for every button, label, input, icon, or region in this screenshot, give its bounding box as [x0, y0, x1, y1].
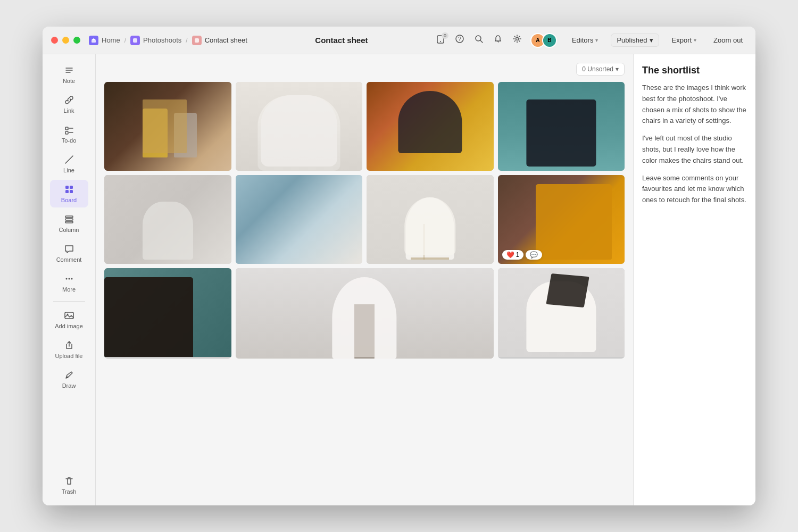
photo-cell-11[interactable] — [498, 268, 625, 359]
photo-4 — [498, 82, 625, 171]
panel-title: The shortlist — [642, 65, 747, 76]
sidebar-item-add-image[interactable]: Add image — [50, 306, 88, 334]
photo-cell-1[interactable] — [104, 82, 231, 171]
photo-5 — [104, 175, 231, 264]
breadcrumb-photoshoots-label: Photoshoots — [143, 36, 181, 44]
minimize-button[interactable] — [62, 37, 69, 44]
sidebar-item-upload[interactable]: Upload file — [50, 336, 88, 363]
link-icon — [64, 95, 74, 105]
more-icon — [64, 273, 74, 284]
sidebar-item-more[interactable]: More — [50, 269, 88, 297]
heart-icon: ❤️ — [506, 251, 514, 259]
sidebar-divider — [53, 301, 85, 302]
photo-10 — [236, 268, 494, 359]
upload-icon — [64, 340, 74, 351]
photo-6 — [236, 175, 363, 264]
sidebar-item-board[interactable]: Board — [50, 180, 88, 207]
svg-rect-3 — [195, 38, 199, 43]
svg-rect-26 — [65, 221, 73, 223]
breadcrumb: Home / Photoshoots / Contact sheet — [89, 36, 247, 45]
sidebar-item-column[interactable]: Column — [50, 210, 88, 237]
maximize-button[interactable] — [73, 37, 80, 44]
svg-rect-0 — [92, 40, 96, 43]
photo-cell-3[interactable] — [367, 82, 494, 171]
sort-bar: 0 Unsorted ▾ — [104, 63, 625, 76]
tablet-icon[interactable]: 0 — [436, 35, 445, 46]
sidebar-item-link[interactable]: Link — [50, 90, 88, 118]
heart-reaction[interactable]: ❤️ 1 — [502, 250, 524, 260]
svg-rect-30 — [65, 312, 73, 319]
svg-rect-24 — [65, 216, 73, 218]
svg-rect-23 — [70, 190, 73, 193]
photo-cell-5[interactable] — [104, 175, 231, 264]
photo-cell-6[interactable] — [236, 175, 363, 264]
contact-icon — [192, 36, 202, 45]
line-icon — [64, 154, 74, 165]
titlebar: Home / Photoshoots / Contact sheet Conta… — [43, 27, 755, 54]
column-icon — [64, 214, 74, 225]
photo-1 — [104, 82, 231, 171]
svg-marker-1 — [92, 38, 96, 40]
tablet-badge: 0 — [442, 32, 448, 39]
notifications-icon[interactable] — [493, 34, 503, 46]
photo-cell-4[interactable] — [498, 82, 625, 171]
breadcrumb-home-label: Home — [102, 36, 120, 44]
main-window: Home / Photoshoots / Contact sheet Conta… — [43, 27, 755, 505]
sidebar: Note Link To-do Line Board Column — [43, 54, 96, 505]
breadcrumb-photoshoots[interactable]: Photoshoots — [130, 36, 181, 45]
close-button[interactable] — [51, 37, 58, 44]
published-button[interactable]: Published ▾ — [611, 34, 659, 47]
chevron-down-icon: ▾ — [616, 65, 619, 73]
panel-text-2: I've left out most of the studio shots, … — [642, 133, 747, 166]
svg-line-9 — [480, 40, 483, 43]
note-icon — [64, 65, 74, 76]
breadcrumb-contact[interactable]: Contact sheet — [192, 36, 247, 45]
export-button[interactable]: Export ▾ — [668, 34, 701, 46]
draw-icon — [64, 370, 74, 380]
panel-text-3: Leave some comments on your favourites a… — [642, 173, 747, 206]
svg-rect-21 — [70, 186, 73, 189]
svg-point-27 — [65, 278, 67, 280]
photo-cell-8[interactable]: ❤️ 1 💬 — [498, 175, 625, 264]
help-icon[interactable]: ? — [455, 34, 464, 46]
todo-icon — [64, 124, 74, 135]
editors-button[interactable]: Editors ▾ — [568, 34, 602, 46]
titlebar-right: 0 ? A B Editors — [436, 33, 747, 48]
search-icon[interactable] — [474, 34, 484, 46]
avatar-2: B — [542, 33, 557, 48]
sidebar-item-line[interactable]: Line — [50, 150, 88, 178]
sidebar-item-todo[interactable]: To-do — [50, 120, 88, 148]
photo-grid-area: 0 Unsorted ▾ — [96, 54, 633, 505]
photo-reactions: ❤️ 1 💬 — [502, 250, 543, 260]
svg-point-5 — [440, 41, 441, 42]
sidebar-item-draw[interactable]: Draw — [50, 365, 88, 393]
svg-rect-17 — [65, 131, 68, 134]
photo-grid: ❤️ 1 💬 — [104, 82, 625, 359]
photo-cell-9[interactable] — [104, 268, 231, 359]
photo-cell-7[interactable] — [367, 175, 494, 264]
svg-rect-25 — [65, 219, 73, 220]
photo-cell-10[interactable] — [236, 268, 494, 359]
svg-rect-22 — [65, 190, 69, 193]
sort-button[interactable]: 0 Unsorted ▾ — [576, 63, 625, 76]
traffic-lights — [51, 37, 80, 44]
chevron-down-icon: ▾ — [694, 37, 696, 43]
page-title: Contact sheet — [247, 36, 436, 45]
heart-count: 1 — [516, 251, 520, 259]
svg-point-11 — [516, 38, 518, 40]
sidebar-item-comment[interactable]: Comment — [50, 239, 88, 267]
zoom-out-button[interactable]: Zoom out — [709, 34, 747, 46]
comment-icon: 💬 — [530, 251, 538, 259]
photo-cell-2[interactable] — [236, 82, 363, 171]
comment-reaction[interactable]: 💬 — [526, 250, 542, 260]
svg-rect-15 — [65, 127, 68, 130]
settings-icon[interactable] — [512, 34, 522, 46]
breadcrumb-home[interactable]: Home — [89, 36, 120, 45]
svg-rect-2 — [133, 38, 137, 43]
board-icon — [64, 184, 74, 195]
sidebar-item-note[interactable]: Note — [50, 61, 88, 88]
svg-line-19 — [65, 156, 73, 163]
chevron-down-icon: ▾ — [650, 36, 653, 44]
svg-point-29 — [71, 278, 72, 280]
sidebar-item-trash[interactable]: Trash — [50, 471, 88, 499]
